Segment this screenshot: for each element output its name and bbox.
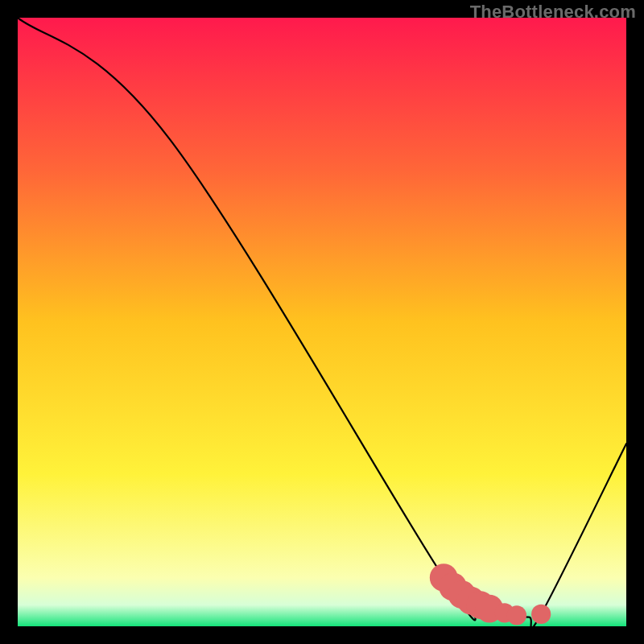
- gradient-background: [18, 18, 626, 626]
- marker-dot: [531, 605, 551, 624]
- marker-dot: [507, 605, 526, 625]
- watermark-text: TheBottleneck.com: [470, 2, 636, 23]
- bottleneck-chart: [18, 18, 626, 626]
